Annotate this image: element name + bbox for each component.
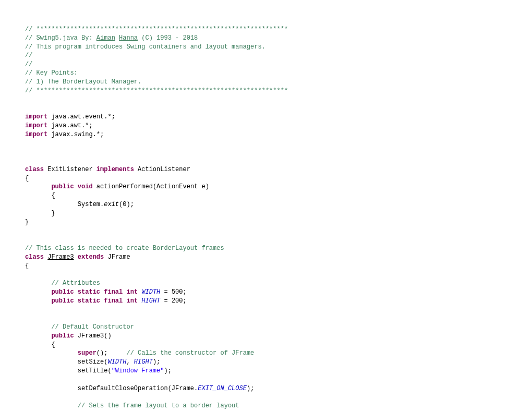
comment-line: // 1) The BorderLayout Manager. (25, 78, 141, 86)
keyword-final: final (104, 297, 123, 305)
constructor: JFrame3() (74, 332, 112, 340)
keyword-import: import (25, 113, 47, 120)
code: System. (78, 201, 104, 208)
comment-line: // (25, 61, 32, 68)
comment-line: // (25, 52, 32, 59)
comment-line: // Key Points: (25, 69, 78, 77)
keyword-static: static (78, 288, 100, 296)
class-name: ExitListener (44, 166, 96, 173)
code: (); (96, 349, 127, 357)
code: ); (164, 367, 171, 374)
constant: WIDTH (141, 288, 160, 296)
keyword-public: public (51, 332, 74, 340)
code: setTitle( (78, 367, 112, 374)
keyword-int: int (126, 288, 138, 296)
code: ); (247, 385, 254, 392)
keyword-static: static (78, 297, 100, 305)
comment-line: // Default Constructor (51, 323, 134, 331)
code: setDefaultCloseOperation(JFrame. (78, 385, 198, 392)
static-call: exit (104, 201, 119, 208)
comment-line: // This class is needed to create Border… (25, 245, 224, 252)
keyword-public: public (51, 183, 74, 190)
keyword-import: import (25, 131, 47, 138)
super-class: JFrame (104, 253, 130, 261)
comment-line: // Sets the frame layout to a border lay… (78, 402, 239, 409)
keyword-class: class (25, 253, 44, 261)
keyword-extends: extends (78, 253, 104, 261)
code: ); (153, 358, 160, 366)
keyword-int: int (126, 297, 138, 305)
method-sig: actionPerformed(ActionEvent e) (93, 183, 209, 190)
code: , (126, 358, 134, 366)
code: = 500; (160, 288, 186, 296)
constant: HIGHT (141, 297, 160, 305)
brace: } (25, 219, 29, 226)
keyword-void: void (78, 183, 93, 190)
brace: } (51, 210, 55, 217)
comment-line: // Calls the constructor of JFrame (126, 349, 254, 357)
code: = 200; (160, 297, 186, 305)
code: (0); (119, 201, 134, 208)
keyword-class: class (25, 166, 44, 173)
comment-line: // Swing5.java By: Aiman Hanna (C) 1993 … (25, 34, 198, 42)
code: setSize( (78, 358, 108, 366)
comment-line: // *************************************… (25, 87, 288, 94)
string-literal: "Window Frame" (112, 367, 164, 374)
code-block: // *************************************… (25, 25, 507, 411)
comment-line: // This program introduces Swing contain… (25, 43, 265, 51)
brace: { (51, 192, 55, 199)
comment-line: // Attributes (51, 280, 100, 287)
class-name: JFrame3 (47, 253, 74, 261)
keyword-public: public (51, 297, 74, 305)
keyword-final: final (104, 288, 123, 296)
import-pkg: javax.swing.*; (47, 131, 104, 138)
comment-line: // *************************************… (25, 26, 288, 33)
import-pkg: java.awt.*; (47, 122, 92, 129)
brace: { (25, 175, 29, 182)
interface-name: ActionListener (134, 166, 190, 173)
keyword-implements: implements (96, 166, 134, 173)
constant: EXIT_ON_CLOSE (198, 385, 247, 392)
keyword-public: public (51, 288, 74, 296)
keyword-import: import (25, 122, 47, 129)
brace: { (51, 341, 55, 348)
import-pkg: java.awt.event.*; (47, 113, 115, 120)
constant: WIDTH (107, 358, 126, 366)
brace: { (25, 262, 29, 270)
keyword-super: super (78, 349, 96, 357)
constant: HIGHT (134, 358, 153, 366)
